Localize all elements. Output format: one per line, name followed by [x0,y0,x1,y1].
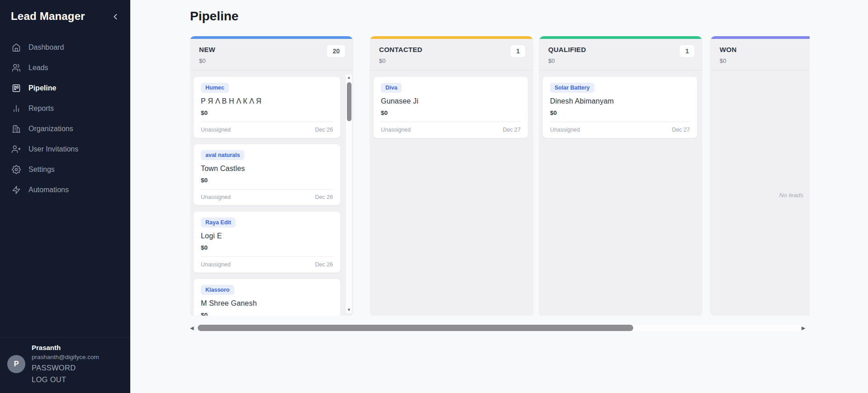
building-icon [12,124,21,133]
column-header: NEW 20 $0 [190,39,353,71]
lead-amount: $0 [201,109,333,116]
column-title: QUALIFIED [548,46,693,53]
horizontal-scrollbar-thumb[interactable] [198,325,633,331]
horizontal-scrollbar[interactable] [190,325,810,331]
column-total: $0 [199,57,344,64]
sidebar: Lead Manager Dashboard Leads Pipeline Re… [0,0,130,393]
lead-assignee: Unassigned [550,127,580,133]
sidebar-item-dashboard[interactable]: Dashboard [0,37,130,57]
page-title: Pipeline [190,9,238,24]
kanban-icon [12,84,21,93]
sidebar-item-settings[interactable]: Settings [0,159,130,180]
sidebar-collapse-button[interactable] [109,11,121,23]
column-cards: No leads [711,71,810,313]
password-link[interactable]: PASSWORD [32,364,99,372]
lead-date: Dec 26 [315,127,333,133]
avatar: P [7,355,25,373]
column-total: $0 [720,57,810,64]
lead-amount: $0 [201,312,333,316]
lead-amount: $0 [201,244,333,251]
lead-assignee: Unassigned [381,127,411,133]
sidebar-item-label: Pipeline [28,84,56,92]
column-cards: Humec Р Я Λ В Н Λ К Λ Я $0 Unassigned De… [190,71,353,313]
vertical-scrollbar-thumb[interactable] [347,82,351,121]
lead-card[interactable]: Solar Battery Dinesh Abimanyam $0 Unassi… [543,77,697,138]
lead-amount: $0 [201,177,333,184]
logout-link[interactable]: LOG OUT [32,375,99,384]
column-header: WON $0 [711,39,810,71]
lead-card[interactable]: Diva Gunasee Ji $0 Unassigned Dec 27 [374,77,528,138]
column-count-badge: 1 [510,45,526,57]
lead-tag: Diva [381,83,402,93]
column-title: CONTACTED [379,46,524,53]
sidebar-item-label: Automations [28,186,69,194]
sidebar-item-label: Leads [28,64,48,72]
lead-tag: Klassoro [201,285,234,295]
column-title: WON [720,46,810,53]
users-icon [12,63,21,72]
lead-card[interactable]: Klassoro M Shree Ganesh $0 Unassigned De… [194,279,340,316]
lead-tag: Raya Edit [201,218,236,227]
lead-card[interactable]: Humec Р Я Λ В Н Λ К Λ Я $0 Unassigned De… [194,77,340,138]
vertical-scrollbar[interactable] [346,75,352,313]
zap-icon [12,185,21,194]
column-count-badge: 20 [327,45,346,57]
pipeline-column-qualified: QUALIFIED 1 $0 Solar Battery Dinesh Abim… [539,36,702,316]
lead-date: Dec 27 [503,127,521,133]
column-total: $0 [548,57,693,64]
scroll-up-icon[interactable] [346,75,352,80]
chevron-left-icon [111,12,120,21]
sidebar-nav: Dashboard Leads Pipeline Reports Organiz… [0,37,130,200]
lead-assignee: Unassigned [201,127,231,133]
sidebar-item-label: Dashboard [28,43,64,52]
sidebar-item-organizations[interactable]: Organizations [0,118,130,139]
lead-card[interactable]: Raya Edit Logi E $0 Unassigned Dec 26 [194,212,340,273]
sidebar-header: Lead Manager [0,0,130,27]
column-header: CONTACTED 1 $0 [370,39,533,71]
scroll-left-icon[interactable] [190,325,195,331]
sidebar-item-automations[interactable]: Automations [0,180,130,200]
user-name: Prasanth [32,344,99,351]
app-title: Lead Manager [11,10,119,23]
gear-icon [12,165,21,174]
lead-date: Dec 26 [315,194,333,200]
lead-amount: $0 [381,109,521,116]
home-icon [12,43,21,52]
sidebar-item-label: Reports [28,104,54,113]
bar-chart-icon [12,104,21,113]
lead-title: Р Я Λ В Н Λ К Λ Я [201,97,333,105]
column-header: QUALIFIED 1 $0 [539,39,702,71]
scroll-down-icon[interactable] [346,307,352,313]
lead-title: Logi E [201,232,333,240]
column-cards: Diva Gunasee Ji $0 Unassigned Dec 27 [370,71,533,313]
sidebar-item-leads[interactable]: Leads [0,57,130,78]
user-email: prashanth@digifyce.com [32,354,99,360]
user-section: P Prasanth prashanth@digifyce.com PASSWO… [0,337,130,393]
pipeline-board: NEW 20 $0 Humec Р Я Λ В Н Λ К Λ Я $0 Una… [190,36,810,316]
scroll-right-icon[interactable] [802,325,807,331]
pipeline-column-won: WON $0 No leads [711,36,810,316]
sidebar-item-user-invitations[interactable]: User Invitations [0,139,130,159]
lead-tag: Solar Battery [550,83,594,93]
column-total: $0 [379,57,524,64]
lead-assignee: Unassigned [201,261,231,268]
column-count-badge: 1 [679,45,695,57]
user-plus-icon [12,145,21,154]
lead-title: Dinesh Abimanyam [550,97,690,105]
sidebar-item-label: Settings [28,166,55,174]
lead-date: Dec 26 [315,261,333,268]
sidebar-item-reports[interactable]: Reports [0,98,130,118]
sidebar-item-pipeline[interactable]: Pipeline [0,78,130,98]
lead-assignee: Unassigned [201,194,231,200]
lead-tag: aval naturals [201,150,244,160]
sidebar-item-label: Organizations [28,125,73,133]
column-title: NEW [199,46,344,53]
lead-card[interactable]: aval naturals Town Castles $0 Unassigned… [194,144,340,205]
lead-amount: $0 [550,109,690,116]
lead-date: Dec 27 [672,127,690,133]
pipeline-column-new: NEW 20 $0 Humec Р Я Λ В Н Λ К Λ Я $0 Una… [190,36,353,316]
lead-title: Town Castles [201,165,333,173]
lead-tag: Humec [201,83,229,93]
empty-state-text: No leads [779,192,803,199]
sidebar-item-label: User Invitations [28,145,78,153]
